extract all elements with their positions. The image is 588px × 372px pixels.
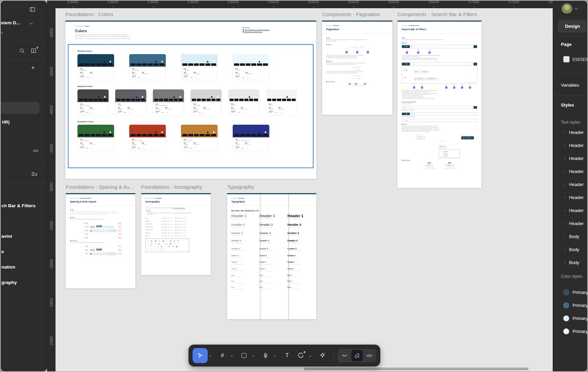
frame-title-typography[interactable]: Typography <box>227 184 254 190</box>
horizontal-ruler[interactable]: 1200012500130001350014000145001500015500… <box>47 1 554 8</box>
selected-page-row[interactable] <box>0 102 39 114</box>
page-color-value[interactable]: E5E5E5 <box>573 57 587 62</box>
search-icon[interactable] <box>19 48 25 54</box>
frame-title-components-pagination[interactable]: Components - Pagination <box>322 11 380 17</box>
color-card[interactable]: Name Gr/ 600 HEX#5D6166 RGB93, 97, 102 C… <box>115 89 146 115</box>
frame-title-foundations-iconography[interactable]: Foundations - Iconography <box>141 184 202 190</box>
library-book-icon[interactable] <box>30 48 37 54</box>
vertical-ruler[interactable]: -5000-4500-4000-3500-3000-2500-2000-1500… <box>47 8 56 372</box>
pen-tool-menu[interactable] <box>272 355 277 357</box>
frame-title-foundations-colors[interactable]: Foundations - Colors <box>65 11 113 17</box>
icon-selection-box[interactable]: ▷ ▤ ▦ ◎ ▣ ⌕ ▥ ⚙ ✉□ ◎ ♙ ▨ ⌄ ⊞ ▣ × ⟨▪ ✎ ⌕ … <box>145 238 189 252</box>
frame-components-search-filters[interactable]: Components › Search Bar & Filters Search… <box>397 21 481 188</box>
page-list-item[interactable]: HR) <box>2 120 10 125</box>
text-style-row[interactable]: › Header <box>553 217 587 230</box>
chevron-right-icon[interactable]: › <box>564 156 566 160</box>
color-card[interactable]: Name Primary/100 HEX#D9EEF7 RGB217, 238,… <box>181 54 218 80</box>
draw-mode-button[interactable] <box>339 350 351 361</box>
account-chevron-icon[interactable] <box>575 7 578 10</box>
contrast-triangle-dark <box>258 61 260 62</box>
intro-text: For the icons, we use the Material Symbo… <box>145 208 207 209</box>
frame-typography[interactable]: Foundations › Typography Typography Base… <box>227 193 316 319</box>
color-card[interactable]: Name Grey (unsaturated Notes) HEX#77797B… <box>153 89 184 115</box>
chevron-right-icon[interactable]: › <box>564 221 566 225</box>
text-style-row[interactable]: › Body <box>553 243 587 256</box>
text-style-row[interactable]: › Body <box>553 230 587 243</box>
text-style-row[interactable]: › Header <box>553 165 587 178</box>
resource-link[interactable]: Figma Tutorial: Creating Styles → <box>243 31 289 33</box>
page-color-swatch[interactable] <box>563 56 569 62</box>
file-name[interactable]: stem D... <box>1 20 20 25</box>
draw-tool-menu[interactable] <box>308 355 313 357</box>
color-card[interactable]: Name Primary/2 Base HEX#3A6B8C RGB58, 10… <box>129 54 166 80</box>
selected-colors-section[interactable]: Primary Colors Name Primary/Base <box>68 44 314 168</box>
file-menu-chevron-icon[interactable] <box>29 21 33 25</box>
layer-item[interactable]: nation <box>1 264 46 270</box>
color-style-row[interactable]: Primary <box>553 312 587 325</box>
color-card[interactable]: Name Red/Error (Deactivated) HEX#B33A20 … <box>129 125 166 151</box>
chevron-right-icon[interactable]: › <box>564 234 566 238</box>
text-style-row[interactable]: › Header <box>553 139 587 152</box>
color-card[interactable]: Name Primary/Base HEX#16425B RGB22, 66, … <box>77 54 114 80</box>
dropdown-arrow-icon: ▾ <box>418 71 418 72</box>
variables-section-label[interactable]: Variables <box>561 83 579 88</box>
layer-item[interactable]: avior <box>1 233 46 239</box>
text-style-row[interactable]: › Header <box>553 152 587 165</box>
layer-item[interactable]: graphy <box>1 280 46 286</box>
chevron-right-icon[interactable]: › <box>564 169 566 173</box>
shape-tool[interactable] <box>237 349 251 362</box>
text-style-row[interactable]: › Body <box>553 256 587 269</box>
color-style-row[interactable]: Primary <box>553 299 587 312</box>
move-tool[interactable] <box>193 348 208 363</box>
color-card[interactable]: Name Primary/50 HEX#EAF7FD RGB234, 247, … <box>233 54 269 80</box>
add-page-button[interactable]: + <box>31 64 35 72</box>
avatar[interactable] <box>562 3 572 14</box>
chevron-right-icon[interactable]: › <box>564 208 566 212</box>
icons-link[interactable]: https://fonts.google.com/icons) <box>173 208 185 209</box>
color-card[interactable]: Name Dark Blue—01600 01 [Variant] HEX#27… <box>233 125 269 151</box>
text-style-row[interactable]: › Header <box>553 191 587 204</box>
chevron-right-icon[interactable]: › <box>564 260 566 264</box>
panel-toggle-icon[interactable] <box>29 6 36 13</box>
color-card[interactable]: Name Grey/200 HEX#E9E9E9 RGB233, 233, 23… <box>228 89 259 115</box>
chevron-right-icon[interactable]: › <box>564 143 566 147</box>
dev-resources-icon[interactable]: </> <box>33 149 38 153</box>
frame-tool-menu[interactable] <box>229 355 234 357</box>
frame-title-foundations-spacing[interactable]: Foundations - Spacing & Au... <box>66 184 134 190</box>
resource-link[interactable]: Understanding color, text, official bran… <box>243 29 289 30</box>
frame-components-pagination[interactable]: Components › Pagination Pagination Usage… <box>322 21 392 115</box>
move-tool-menu[interactable] <box>208 355 212 357</box>
color-style-row[interactable]: Primary <box>553 325 587 338</box>
frame-foundations-spacing[interactable]: HMI › Foundations › Spacing & Autolayout… <box>66 193 135 288</box>
draw-tool[interactable] <box>294 349 308 362</box>
frame-foundations-colors[interactable]: Foundations › Colors Colors Our design s… <box>65 21 316 179</box>
chevron-right-icon[interactable]: › <box>564 195 566 199</box>
color-card[interactable]: Name Green (Task Active) HEX#2F6B35 RGB4… <box>77 125 114 151</box>
text-tool[interactable]: T <box>280 349 294 362</box>
chevron-right-icon[interactable]: › <box>564 130 566 134</box>
layer-list-icon[interactable] <box>31 171 38 178</box>
design-mode-button[interactable] <box>351 350 363 361</box>
chevron-right-icon[interactable]: › <box>564 247 566 251</box>
text-style-row[interactable]: › Header <box>553 126 587 139</box>
frame-foundations-iconography[interactable]: HMI › Foundations › Iconography Iconogra… <box>141 193 211 275</box>
color-card[interactable]: Name Grey/Light/300 HEX#D4D4D4 RGB212, 2… <box>191 89 222 115</box>
text-style-row[interactable]: › Header <box>553 178 587 191</box>
annotation-marker: 1 <box>406 51 408 54</box>
dev-mode-button[interactable]: </> <box>364 350 375 361</box>
actions-tool[interactable] <box>316 349 329 362</box>
tab-design[interactable]: Design <box>558 20 587 33</box>
text-style-row[interactable]: › Header <box>553 204 587 217</box>
color-card[interactable]: Name Grey/Dark (Charcoal) HEX#454545 RGB… <box>77 89 109 115</box>
frame-title-components-search[interactable]: Components - Search Bar & Filters <box>397 11 477 17</box>
horizontal-scrollbar[interactable] <box>304 368 528 370</box>
color-card[interactable]: Name Grey/100 HEX#F4F4F4 RGB244, 244, 24… <box>266 89 297 115</box>
frame-tool[interactable]: # <box>216 349 229 362</box>
layer-item[interactable]: ch Bar & Filters <box>1 203 46 209</box>
layer-item[interactable]: e <box>1 249 46 255</box>
chevron-right-icon[interactable]: › <box>564 182 566 186</box>
color-card[interactable]: Name Amber/B. Progress HEX#BD8030 RGB189… <box>181 125 218 151</box>
shape-tool-menu[interactable] <box>251 355 256 357</box>
pen-tool[interactable] <box>259 349 272 362</box>
color-style-row[interactable]: Primary <box>553 286 587 299</box>
